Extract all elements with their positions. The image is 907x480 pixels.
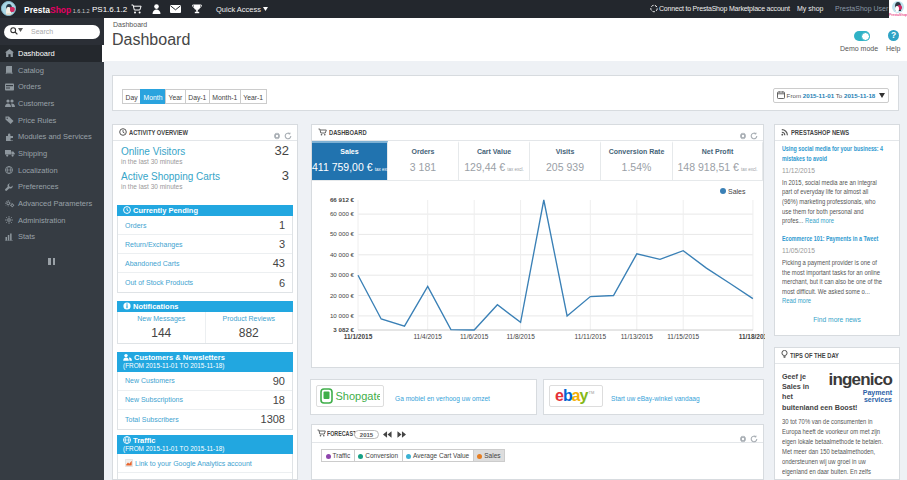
svg-text:11/6/2015: 11/6/2015: [460, 333, 489, 340]
svg-text:TM: TM: [589, 390, 595, 395]
svg-text:66 912 €: 66 912 €: [330, 196, 355, 203]
svg-text:11/11/2015: 11/11/2015: [575, 333, 607, 340]
svg-text:Shopgate: Shopgate: [336, 390, 381, 402]
svg-text:11/4/2015: 11/4/2015: [413, 333, 442, 340]
svg-text:11/8/2015: 11/8/2015: [506, 333, 535, 340]
svg-text:3 082 €: 3 082 €: [333, 326, 354, 333]
svg-text:11/15/2015: 11/15/2015: [667, 333, 699, 340]
svg-text:11/1/2015: 11/1/2015: [344, 333, 373, 340]
svg-text:30 000 €: 30 000 €: [330, 271, 355, 278]
svg-text:20 000 €: 20 000 €: [330, 292, 355, 299]
svg-text:11/13/2015: 11/13/2015: [621, 333, 653, 340]
svg-text:y: y: [580, 387, 589, 404]
svg-text:10 000 €: 10 000 €: [330, 312, 355, 319]
svg-text:40 000 €: 40 000 €: [330, 251, 355, 258]
svg-text:60 000 €: 60 000 €: [330, 210, 355, 217]
svg-text:50 000 €: 50 000 €: [330, 230, 355, 237]
svg-text:11/18/201: 11/18/201: [739, 333, 765, 340]
svg-text:Sales: Sales: [728, 188, 746, 195]
